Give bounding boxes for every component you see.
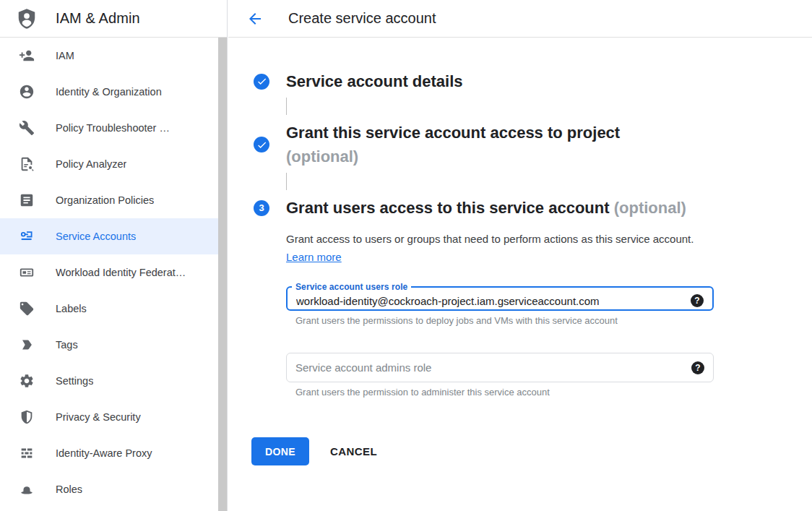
sidebar-item-label: Workload Identity Federat… <box>56 267 186 278</box>
step-2-title: Grant this service account access to pro… <box>286 121 620 168</box>
workload-identity-icon <box>19 265 35 280</box>
sidebar-nav: IAMIdentity & OrganizationPolicy Trouble… <box>0 38 218 507</box>
wizard-actions: DONE CANCEL <box>251 437 812 465</box>
step-3-number: 3 <box>259 202 264 213</box>
learn-more-link[interactable]: Learn more <box>286 251 342 263</box>
sidebar-item-policy-analyzer[interactable]: Policy Analyzer <box>0 146 218 182</box>
sidebar-item-label: Organization Policies <box>56 194 154 206</box>
sidebar-item-tags[interactable]: Tags <box>0 327 218 363</box>
service-accounts-icon <box>19 228 35 244</box>
step-3-title: Grant users access to this service accou… <box>286 196 686 220</box>
step-connector <box>286 173 287 190</box>
admins-role-field-placeholder[interactable]: Service account admins role <box>295 361 691 374</box>
step-connector <box>286 98 287 115</box>
person-add-icon <box>19 48 35 64</box>
sidebar-item-iam[interactable]: IAM <box>0 38 218 74</box>
sidebar-item-label: Tags <box>56 339 78 351</box>
step-2-title-text: Grant this service account access to pro… <box>286 124 620 142</box>
sidebar-item-identity-aware-proxy[interactable]: Identity-Aware Proxy <box>0 435 218 471</box>
iam-shield-icon <box>16 8 38 30</box>
sidebar: IAM & Admin IAMIdentity & OrganizationPo… <box>0 0 228 511</box>
sidebar-item-label: Policy Troubleshooter … <box>56 122 170 134</box>
sidebar-item-workload-identity-federat[interactable]: Workload Identity Federat… <box>0 254 218 291</box>
step-3-optional-label: (optional) <box>614 199 686 217</box>
org-policies-icon <box>19 192 35 208</box>
sidebar-item-identity-organization[interactable]: Identity & Organization <box>0 74 218 110</box>
proxy-icon <box>19 445 35 461</box>
wrench-icon <box>19 120 35 136</box>
sidebar-item-service-accounts[interactable]: Service Accounts <box>0 218 218 254</box>
sidebar-item-label: Roles <box>56 484 82 495</box>
tag-icon <box>19 337 35 353</box>
sidebar-item-label: Identity-Aware Proxy <box>56 447 152 459</box>
step-2-optional-label: (optional) <box>286 145 620 168</box>
users-role-field-label: Service account users role <box>292 282 411 292</box>
sidebar-item-organization-policies[interactable]: Organization Policies <box>0 182 218 218</box>
sidebar-item-policy-troubleshooter[interactable]: Policy Troubleshooter … <box>0 110 218 146</box>
gear-icon <box>19 373 35 389</box>
policy-analyzer-icon <box>19 156 35 172</box>
sidebar-item-label: Policy Analyzer <box>56 158 126 170</box>
sidebar-item-label: IAM <box>56 50 74 61</box>
step-2-row[interactable]: Grant this service account access to pro… <box>254 121 812 168</box>
service-account-users-role-field[interactable]: Service account users role workload-iden… <box>286 282 714 311</box>
sidebar-item-label: Privacy & Security <box>56 411 141 423</box>
sidebar-header: IAM & Admin <box>0 0 227 38</box>
users-role-help-icon[interactable]: ? <box>691 294 704 307</box>
sidebar-scrollbar[interactable] <box>218 38 227 511</box>
back-arrow-icon[interactable] <box>246 10 264 27</box>
step-2-check-icon <box>254 137 269 153</box>
sidebar-item-label: Labels <box>56 303 87 314</box>
main-panel: Create service account Service account d… <box>228 0 812 511</box>
step-1-row[interactable]: Service account details <box>254 69 812 93</box>
roles-icon <box>19 481 35 497</box>
page-title: Create service account <box>288 10 436 27</box>
sidebar-item-label: Settings <box>56 375 93 387</box>
page-header: Create service account <box>228 0 812 38</box>
service-account-admins-role-field[interactable]: Service account admins role ? <box>286 353 714 382</box>
step-3-title-text: Grant users access to this service accou… <box>286 199 610 217</box>
step-1-title: Service account details <box>286 69 463 93</box>
sidebar-item-labels[interactable]: Labels <box>0 291 218 327</box>
step-3-description: Grant access to users or groups that nee… <box>286 230 694 266</box>
step-1-check-icon <box>254 74 269 90</box>
label-icon <box>19 301 35 317</box>
shield-icon <box>19 409 35 425</box>
admins-role-help-icon[interactable]: ? <box>691 361 704 374</box>
done-button[interactable]: DONE <box>251 437 309 465</box>
step-3-row: 3 Grant users access to this service acc… <box>254 196 812 220</box>
sidebar-product-title: IAM & Admin <box>56 10 140 27</box>
sidebar-item-privacy-security[interactable]: Privacy & Security <box>0 399 218 435</box>
step-3-number-badge: 3 <box>254 200 269 216</box>
admins-role-helper-text: Grant users the permission to administer… <box>295 387 812 398</box>
wizard-content: Service account details Grant this servi… <box>228 38 812 465</box>
sidebar-item-label: Identity & Organization <box>56 86 162 98</box>
users-role-field-value[interactable]: workload-identity@cockroach-project.iam.… <box>296 295 691 307</box>
cancel-button[interactable]: CANCEL <box>330 445 377 458</box>
identity-icon <box>19 84 35 100</box>
sidebar-item-roles[interactable]: Roles <box>0 471 218 507</box>
users-role-helper-text: Grant users the permissions to deploy jo… <box>295 315 812 327</box>
sidebar-item-label: Service Accounts <box>56 231 136 242</box>
step-3-body: Grant access to users or groups that nee… <box>286 230 812 398</box>
sidebar-item-settings[interactable]: Settings <box>0 363 218 399</box>
